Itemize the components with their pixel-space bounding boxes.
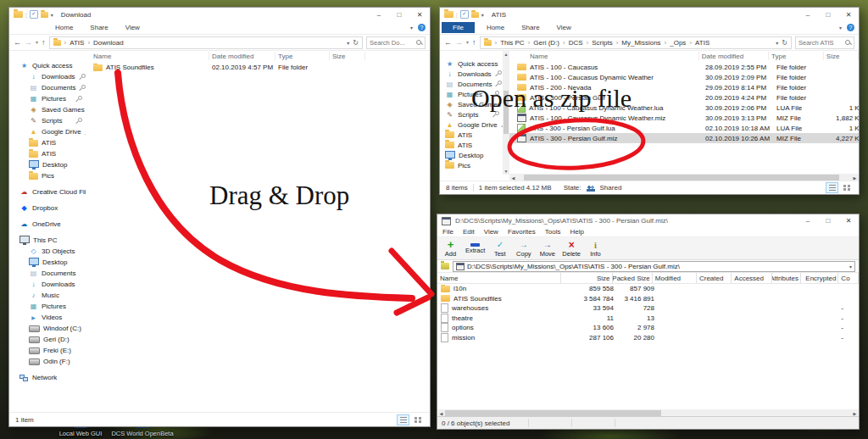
menu-item[interactable]: Favorites — [508, 228, 536, 236]
back-icon[interactable]: ← — [444, 39, 452, 47]
ribbon-expand-icon[interactable]: ▾ — [839, 25, 842, 31]
menu-item[interactable]: Edit — [463, 228, 475, 236]
archive-row[interactable]: l10n 859 558 857 909 — [437, 284, 859, 294]
sidebar-item[interactable]: Pics — [9, 170, 86, 181]
refresh-icon[interactable]: ↻ — [782, 39, 787, 47]
sidebar-item[interactable]: Dropbox — [9, 203, 86, 214]
ribbon-tab[interactable]: Home — [478, 24, 513, 31]
file-row[interactable]: ATIS - 100 - Caucasus 28.09.2019 2:55 PM… — [509, 62, 859, 72]
recent-locations-icon[interactable]: ▾ — [36, 40, 38, 45]
forward-icon[interactable]: → — [455, 39, 463, 47]
toolbar-button[interactable]: Test — [491, 240, 509, 258]
chevron-down-icon[interactable]: ▾ — [481, 12, 484, 18]
help-icon[interactable]: ? — [847, 24, 854, 31]
breadcrumb[interactable]: ATISDownload ▾ ↻ — [49, 36, 363, 49]
sidebar-item[interactable]: Documents — [440, 79, 503, 89]
toolbar-button[interactable]: Copy — [515, 240, 532, 258]
maximize-button[interactable]: □ — [389, 8, 409, 21]
file-row[interactable]: ATIS - 300 - Persian Gulf 20.09.2019 4:2… — [509, 92, 859, 103]
thumbnails-view-button[interactable] — [840, 182, 853, 193]
toolbar-button[interactable]: Add — [442, 240, 459, 258]
combo-dropdown-icon[interactable]: ▾ — [849, 264, 852, 270]
search-input[interactable] — [370, 39, 415, 47]
file-row[interactable]: ATIS - 100 - Caucasus Dynamic Weather.lu… — [509, 103, 859, 113]
close-button[interactable]: ✕ — [409, 8, 430, 21]
sidebar-item[interactable]: Pictures — [9, 93, 86, 104]
menu-item[interactable]: File — [442, 228, 453, 236]
menu-item[interactable]: View — [484, 228, 498, 236]
sidebar-item[interactable]: Odin (F:) — [9, 356, 86, 367]
archive-row[interactable]: ATIS Soundfiles 3 584 784 3 416 891 — [437, 294, 859, 304]
up-folder-icon[interactable] — [441, 263, 449, 270]
toolbar-button[interactable]: Extract — [465, 243, 485, 254]
menu-item[interactable]: Help — [570, 228, 583, 236]
search-input[interactable] — [798, 39, 843, 47]
title-bar[interactable]: | ✓ ▾ ATIS – □ ✕ — [440, 8, 859, 21]
file-row[interactable]: ATIS - 100 - Caucasus Dynamic Weather.mi… — [509, 113, 859, 123]
sidebar-item[interactable]: Saved Games — [440, 99, 503, 109]
sidebar-item[interactable]: Quick access — [9, 60, 86, 71]
file-row[interactable]: ATIS - 200 - Nevada 29.09.2019 8:14 PM F… — [509, 82, 859, 92]
recent-locations-icon[interactable]: ▾ — [466, 40, 469, 45]
search-box[interactable] — [366, 36, 426, 49]
details-view-button[interactable] — [826, 182, 838, 193]
minimize-button[interactable]: – — [798, 214, 818, 227]
maximize-button[interactable]: □ — [818, 8, 838, 21]
archive-row[interactable]: warehouses 33 594 728 - — [437, 303, 859, 314]
file-menu-button[interactable]: File — [442, 22, 475, 33]
new-folder-icon[interactable] — [41, 12, 48, 18]
sidebar-item[interactable]: Freki (E:) — [9, 345, 86, 356]
sidebar-item[interactable]: Pics — [440, 160, 503, 170]
toolbar-button[interactable]: Info — [587, 240, 604, 258]
breadcrumb-item[interactable]: My_Missions — [613, 39, 661, 47]
file-row[interactable]: ATIS - 300 - Persian Gulf.lua 02.10.2019… — [509, 123, 859, 133]
sidebar-item[interactable]: Downloads — [9, 279, 86, 290]
column-header-modified[interactable]: Modified — [653, 273, 697, 283]
archive-row[interactable]: options 13 606 2 978 - — [437, 323, 859, 333]
column-header-name[interactable]: Name — [91, 52, 209, 60]
sidebar-item[interactable]: Desktop — [440, 150, 503, 160]
address-dropdown-icon[interactable]: ▾ — [776, 40, 778, 46]
sidebar-item[interactable]: Network — [9, 372, 86, 383]
breadcrumb-item[interactable]: Download — [84, 39, 123, 47]
sidebar-item[interactable]: Geri (D:) — [9, 334, 86, 345]
sidebar-item[interactable]: Scripts — [9, 115, 86, 126]
column-header-size[interactable]: Size — [561, 273, 613, 283]
up-icon[interactable]: ↑ — [472, 39, 476, 47]
breadcrumb-item[interactable]: Scripts — [583, 39, 613, 47]
sidebar-item[interactable]: Quick access — [440, 58, 503, 69]
sidebar-item[interactable]: Desktop — [9, 159, 86, 170]
ribbon-tab[interactable]: Share — [513, 24, 548, 31]
breadcrumb-item[interactable]: Geri (D:) — [525, 39, 559, 47]
column-header-accessed[interactable]: Accessed — [732, 273, 771, 283]
breadcrumb-item[interactable]: ATIS — [686, 39, 709, 47]
breadcrumb[interactable]: This PCGeri (D:)DCSScriptsMy_Missions_Op… — [480, 36, 792, 49]
refresh-icon[interactable]: ↻ — [353, 39, 359, 47]
column-header-type[interactable]: Type — [275, 52, 330, 60]
properties-icon[interactable]: ✓ — [460, 10, 469, 19]
ribbon-tab[interactable]: Share — [81, 24, 116, 31]
ribbon-tab[interactable]: View — [117, 24, 148, 31]
column-header-date[interactable]: Date modified — [699, 52, 769, 60]
breadcrumb-item[interactable]: DCS — [559, 39, 583, 47]
sidebar-item[interactable]: Documents — [9, 82, 86, 93]
back-icon[interactable]: ← — [14, 39, 21, 47]
breadcrumb-item[interactable]: ATIS — [61, 39, 85, 47]
breadcrumb-item[interactable]: This PC — [492, 39, 525, 47]
sidebar-item[interactable]: ATIS — [440, 130, 503, 140]
column-header-type[interactable]: Type — [769, 52, 824, 60]
help-icon[interactable]: ? — [418, 24, 426, 31]
sidebar-item[interactable]: Music — [9, 290, 86, 301]
toolbar-button[interactable]: Move — [538, 240, 556, 258]
close-button[interactable]: ✕ — [838, 214, 859, 227]
new-folder-icon[interactable] — [471, 12, 479, 18]
title-bar[interactable]: D:\DCS\Scripts\My_Missions\_Ops\ATIS\ATI… — [437, 214, 859, 227]
column-header-name[interactable]: Name — [437, 273, 561, 283]
sidebar-item[interactable]: Creative Cloud Files — [9, 186, 86, 197]
sidebar-item[interactable]: Google Drive — [440, 119, 503, 130]
properties-icon[interactable]: ✓ — [30, 10, 38, 19]
up-icon[interactable]: ↑ — [42, 39, 46, 47]
sidebar-item[interactable]: Scripts — [440, 109, 503, 119]
title-bar[interactable]: | ✓ ▾ Download – □ ✕ — [9, 8, 430, 21]
minimize-button[interactable]: – — [369, 8, 389, 21]
